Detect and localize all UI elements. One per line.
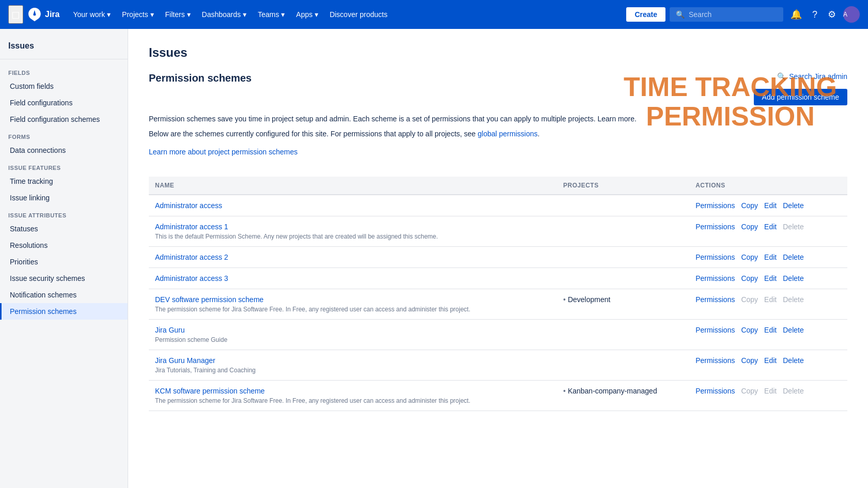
table-row: DEV software permission schemeThe permis… xyxy=(149,289,847,320)
topnav-right: 🔍 🔔 ? ⚙ A xyxy=(670,6,860,23)
help-button[interactable]: ? xyxy=(809,6,820,23)
action-delete-link: Delete xyxy=(783,295,803,304)
action-delete-link[interactable]: Delete xyxy=(783,326,803,334)
nav-dashboards[interactable]: Dashboards ▾ xyxy=(197,7,252,22)
action-delete-link[interactable]: Delete xyxy=(783,274,803,282)
scheme-actions-cell: PermissionsCopyEditDelete xyxy=(689,268,847,289)
sidebar-item-custom-fields[interactable]: Custom fields xyxy=(0,78,128,95)
jira-logo[interactable]: Jira xyxy=(27,7,59,22)
search-icon: 🔍 xyxy=(676,10,685,19)
action-permissions-link[interactable]: Permissions xyxy=(695,356,735,365)
nav-discover[interactable]: Discover products xyxy=(324,7,393,22)
action-permissions-link[interactable]: Permissions xyxy=(695,201,735,210)
avatar-button[interactable]: A xyxy=(843,6,860,23)
nav-apps[interactable]: Apps ▾ xyxy=(291,7,323,22)
waffle-menu-button[interactable]: ◻ xyxy=(8,5,23,24)
scheme-name-link[interactable]: Administrator access xyxy=(155,201,222,210)
action-delete-link[interactable]: Delete xyxy=(783,201,803,210)
project-bullet: • xyxy=(563,387,566,395)
sidebar-item-resolutions[interactable]: Resolutions xyxy=(0,237,128,254)
sidebar-item-permission-schemes[interactable]: Permission schemes xyxy=(0,303,128,320)
main-content: Issues Permission schemes 🔍 Search Jira … xyxy=(128,29,868,488)
create-button[interactable]: Create xyxy=(626,7,665,22)
scheme-name-link[interactable]: Administrator access 1 xyxy=(155,223,228,231)
table-row: Administrator access 2PermissionsCopyEdi… xyxy=(149,247,847,268)
action-copy-link[interactable]: Copy xyxy=(741,253,758,261)
nav-your-work[interactable]: Your work ▾ xyxy=(68,7,116,22)
action-permissions-link[interactable]: Permissions xyxy=(695,253,735,261)
notifications-button[interactable]: 🔔 xyxy=(787,6,805,23)
project-tag: • Development xyxy=(563,295,610,304)
add-scheme-button[interactable]: Add permission scheme xyxy=(754,89,847,105)
search-jira-admin[interactable]: 🔍 Search Jira admin xyxy=(777,72,847,81)
action-edit-link[interactable]: Edit xyxy=(764,223,777,231)
search-box[interactable]: 🔍 xyxy=(670,7,783,22)
scheme-name-cell: Administrator access 3 xyxy=(149,268,557,289)
settings-button[interactable]: ⚙ xyxy=(825,6,839,23)
action-delete-link: Delete xyxy=(783,387,803,395)
sidebar-item-data-connections[interactable]: Data connections xyxy=(0,142,128,159)
sidebar-item-notification-schemes[interactable]: Notification schemes xyxy=(0,287,128,303)
learn-more-link[interactable]: Learn more about project permission sche… xyxy=(149,148,298,156)
search-input[interactable] xyxy=(689,10,777,19)
sidebar-item-issue-security-schemes[interactable]: Issue security schemes xyxy=(0,270,128,287)
sidebar-item-time-tracking[interactable]: Time tracking xyxy=(0,173,128,190)
sidebar-item-statuses[interactable]: Statuses xyxy=(0,221,128,237)
sidebar-section-fields: FIELDS xyxy=(0,64,128,78)
action-edit-link[interactable]: Edit xyxy=(764,201,777,210)
action-copy-link[interactable]: Copy xyxy=(741,356,758,365)
action-edit-link[interactable]: Edit xyxy=(764,274,777,282)
action-permissions-link[interactable]: Permissions xyxy=(695,274,735,282)
action-permissions-link[interactable]: Permissions xyxy=(695,387,735,395)
col-name: Name xyxy=(149,177,557,195)
global-permissions-link[interactable]: global permissions xyxy=(478,130,538,138)
scheme-projects-cell: • Kanban-company-managed xyxy=(557,381,689,411)
scheme-projects-cell xyxy=(557,247,689,268)
scheme-name-cell: Administrator access 1This is the defaul… xyxy=(149,216,557,247)
sidebar-item-field-configurations[interactable]: Field configurations xyxy=(0,95,128,111)
action-delete-link[interactable]: Delete xyxy=(783,356,803,365)
project-bullet: • xyxy=(563,295,566,304)
app-layout: Issues FIELDS Custom fields Field config… xyxy=(0,29,868,488)
action-copy-link[interactable]: Copy xyxy=(741,201,758,210)
action-delete-link[interactable]: Delete xyxy=(783,253,803,261)
scheme-name-link[interactable]: KCM software permission scheme xyxy=(155,387,265,395)
section-desc-2: Below are the schemes currently configur… xyxy=(149,129,847,139)
action-copy-link[interactable]: Copy xyxy=(741,326,758,334)
action-copy-link[interactable]: Copy xyxy=(741,274,758,282)
action-permissions-link[interactable]: Permissions xyxy=(695,295,735,304)
nav-projects[interactable]: Projects ▾ xyxy=(117,7,159,22)
action-copy-link[interactable]: Copy xyxy=(741,223,758,231)
scheme-name-cell: Administrator access xyxy=(149,195,557,216)
table-row: Jira GuruPermission scheme GuidePermissi… xyxy=(149,320,847,350)
action-edit-link[interactable]: Edit xyxy=(764,326,777,334)
scheme-name-link[interactable]: DEV software permission scheme xyxy=(155,295,264,304)
sidebar-section-issue-attributes: ISSUE ATTRIBUTES xyxy=(0,206,128,221)
scheme-desc: The permission scheme for Jira Software … xyxy=(155,306,551,313)
scheme-name-link[interactable]: Jira Guru Manager xyxy=(155,356,215,365)
scheme-actions-cell: PermissionsCopyEditDelete xyxy=(689,247,847,268)
action-edit-link[interactable]: Edit xyxy=(764,253,777,261)
nav-filters[interactable]: Filters ▾ xyxy=(160,7,196,22)
scheme-name-link[interactable]: Administrator access 2 xyxy=(155,253,228,261)
scheme-desc: The permission scheme for Jira Software … xyxy=(155,397,551,404)
logo-text: Jira xyxy=(45,10,59,19)
sidebar-item-priorities[interactable]: Priorities xyxy=(0,254,128,270)
scheme-name-link[interactable]: Jira Guru xyxy=(155,326,185,334)
action-permissions-link[interactable]: Permissions xyxy=(695,223,735,231)
scheme-projects-cell xyxy=(557,350,689,381)
scheme-projects-cell xyxy=(557,320,689,350)
scheme-actions-cell: PermissionsCopyEditDelete xyxy=(689,216,847,247)
scheme-projects-cell: • Development xyxy=(557,289,689,320)
nav-teams[interactable]: Teams ▾ xyxy=(253,7,290,22)
action-edit-link[interactable]: Edit xyxy=(764,356,777,365)
sidebar-item-issue-linking[interactable]: Issue linking xyxy=(0,190,128,206)
sidebar-item-field-configuration-schemes[interactable]: Field configuration schemes xyxy=(0,111,128,128)
action-permissions-link[interactable]: Permissions xyxy=(695,326,735,334)
scheme-name-cell: Jira GuruPermission scheme Guide xyxy=(149,320,557,350)
scheme-name-link[interactable]: Administrator access 3 xyxy=(155,274,228,282)
topnav: ◻ Jira Your work ▾ Projects ▾ Filters ▾ … xyxy=(0,0,868,29)
scheme-actions-cell: PermissionsCopyEditDelete xyxy=(689,289,847,320)
scheme-projects-cell xyxy=(557,216,689,247)
table-row: KCM software permission schemeThe permis… xyxy=(149,381,847,411)
